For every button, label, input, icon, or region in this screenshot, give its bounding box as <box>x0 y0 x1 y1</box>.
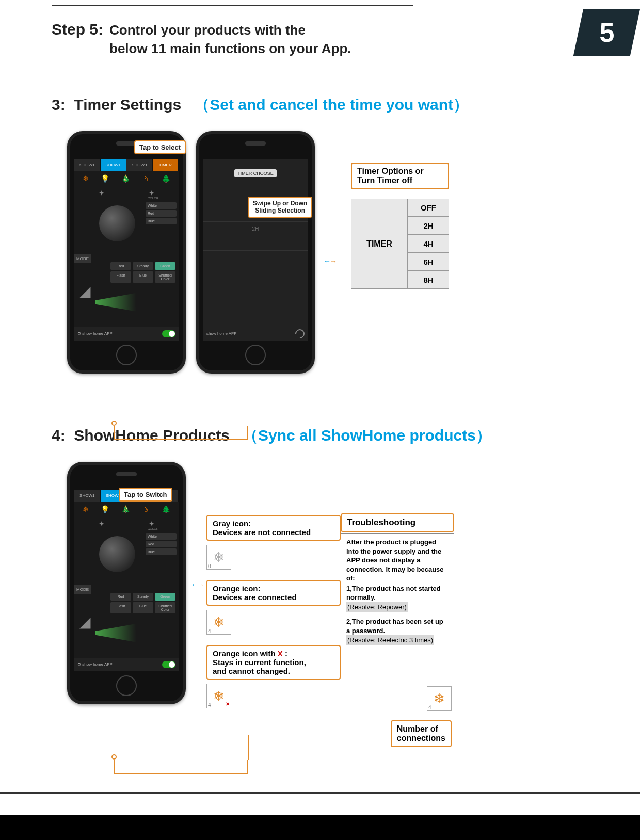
color-dial[interactable] <box>99 536 135 572</box>
manual-page: Step 5: Control your products with the b… <box>0 0 640 815</box>
double-arrow-icon <box>191 580 203 589</box>
page-header: Step 5: Control your products with the b… <box>0 21 640 58</box>
callout-tap-switch: Tap to Switch <box>119 488 172 502</box>
power-toggle[interactable] <box>162 330 175 337</box>
orange-x-snowflake-icon: ❄4✕ <box>206 684 231 708</box>
bracket-connector <box>114 426 248 440</box>
section-3-title: 3: Timer Settings （Set and cancel the ti… <box>0 94 640 116</box>
double-arrow-icon <box>324 257 336 265</box>
timer-option: 4H <box>408 235 449 253</box>
phone-mockup-main: SHOW1 SHOW1 SHOW3 TIMER ❄ 💡 🎄 🕯 🌲 ✦ ✦ <box>67 131 186 374</box>
troubleshooting-title: Troubleshooting <box>341 513 454 532</box>
tree-icon[interactable]: 🎄 <box>121 174 130 183</box>
connector-dot-2 <box>111 754 117 760</box>
bottom-rule <box>0 792 640 794</box>
tab-show1[interactable]: SHOW1 <box>74 159 101 171</box>
timer-options-label: Timer Options or Turn Timer off <box>351 163 449 189</box>
orange-icon-info: Orange icon: Devices are connected <box>206 580 341 606</box>
bulb-icon[interactable]: 💡 <box>101 505 109 513</box>
tab-show1-active[interactable]: SHOW1 <box>101 159 127 171</box>
tree2-icon[interactable]: 🌲 <box>162 174 170 183</box>
gear-icon[interactable]: ⚙ <box>77 662 81 667</box>
step-description: Control your products with the below 11 … <box>109 21 351 58</box>
bulb-icon[interactable]: 💡 <box>101 174 109 183</box>
gray-icon-info: Gray icon: Devices are not connected <box>206 515 341 541</box>
connections-count-label: Number of connections <box>391 720 452 747</box>
tab-timer[interactable]: TIMER <box>153 159 179 171</box>
orange-snowflake-icon: ❄4 <box>206 610 231 635</box>
gray-snowflake-icon: ❄0 <box>206 545 231 570</box>
top-rule <box>52 5 413 6</box>
step-label: Step 5: <box>52 21 103 38</box>
icon-info-column: Gray icon: Devices are not connected ❄0 … <box>206 515 341 719</box>
troubleshooting-block: Troubleshooting After the product is plu… <box>341 513 454 650</box>
spotlight-icon: ◢ <box>79 283 91 300</box>
candle-icon[interactable]: 🕯 <box>142 174 150 183</box>
callout-swipe: Swipe Up or Down Sliding Selection <box>248 197 312 218</box>
troubleshooting-body: After the product is plugged into the po… <box>341 533 454 650</box>
section-4-title: 4: ShowHome Products （Sync all ShowHome … <box>0 425 640 446</box>
timer-choose-pill[interactable]: TIMER CHOOSE <box>234 169 277 177</box>
tree-icon[interactable]: 🎄 <box>121 505 130 513</box>
timer-option: 2H <box>408 217 449 235</box>
orange-x-icon-info: Orange icon with X : Stays in current fu… <box>206 645 341 680</box>
timer-options-block: Timer Options or Turn Timer off TIMER OF… <box>351 163 449 289</box>
callout-tap-select: Tap to Select <box>134 140 186 154</box>
tree2-icon[interactable]: 🌲 <box>162 505 170 513</box>
phone-mockup-timer: TIMER CHOOSE 2H OFF 2H show home APP <box>196 131 315 374</box>
undo-icon[interactable] <box>293 327 306 340</box>
timer-option: 8H <box>408 271 449 289</box>
phone-screen-products: SHOW1 SHOW1 SHOW3 TIMER ❄ 💡 🎄 🕯 🌲 ✦ ✦ <box>74 490 179 671</box>
jelly-icon[interactable]: ✦ <box>99 189 105 197</box>
timer-table-header: TIMER <box>351 199 408 289</box>
timer-option: OFF <box>408 199 449 217</box>
snowflake-icon[interactable]: ❄ <box>83 174 89 183</box>
phone-screen-timer: TIMER CHOOSE 2H OFF 2H show home APP <box>203 159 308 341</box>
power-toggle[interactable] <box>162 661 175 668</box>
bracket-connector-2 <box>114 760 248 774</box>
light-beam <box>95 293 136 312</box>
timer-options-table: TIMER OFF2H4H6H8H <box>351 199 449 289</box>
tab-show3[interactable]: SHOW3 <box>126 159 153 171</box>
page-number-badge: 5 <box>573 9 640 56</box>
mode-label: MODE <box>74 254 91 263</box>
connector-dot <box>111 421 117 426</box>
bottom-black-bar <box>0 815 640 840</box>
gear-icon[interactable]: ⚙ <box>77 331 81 336</box>
timer-option: 6H <box>408 253 449 271</box>
connections-count-icon: ❄4 <box>427 686 452 711</box>
color-dial[interactable] <box>99 205 135 241</box>
snowflake-icon[interactable]: ❄ <box>83 505 89 513</box>
candle-icon[interactable]: 🕯 <box>142 505 150 513</box>
phone-screen-main: SHOW1 SHOW1 SHOW3 TIMER ❄ 💡 🎄 🕯 🌲 ✦ ✦ <box>74 159 179 341</box>
